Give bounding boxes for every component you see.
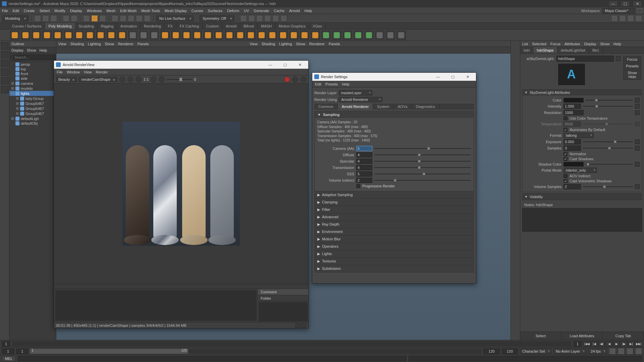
shelf-tab-fxcaching[interactable]: FX Caching (176, 23, 203, 29)
rs-slider-track[interactable] (374, 159, 471, 163)
menu-curves[interactable]: Curves (192, 9, 203, 13)
rv-status-icon2[interactable] (302, 323, 306, 327)
shadowcolor-swatch[interactable] (564, 162, 584, 167)
shelf-combine-icon[interactable] (128, 31, 138, 40)
menu-file[interactable]: File (2, 9, 8, 13)
rv-crop-icon[interactable] (119, 76, 125, 82)
shelf-platonic-icon[interactable] (85, 31, 95, 40)
shelf-separate-icon[interactable] (139, 31, 148, 40)
castvol-checkbox[interactable] (564, 179, 568, 183)
rv-isolate-icon[interactable] (127, 76, 133, 82)
shelf-mirror-icon[interactable] (235, 31, 245, 40)
rs-tab-diag[interactable]: Diagnostics (412, 104, 439, 110)
expand-icon[interactable]: ⊞ (15, 101, 19, 106)
usecolortemp-checkbox[interactable] (564, 116, 568, 120)
time-current[interactable]: 1 (574, 341, 582, 347)
prefs-icon[interactable] (618, 348, 625, 355)
resolution-field[interactable]: 1000 (564, 110, 584, 115)
last-tool[interactable] (1, 86, 8, 93)
intensity-map-button[interactable] (635, 104, 640, 109)
shelf-boolean-icon[interactable] (150, 31, 159, 40)
volsamples-slider[interactable] (583, 185, 633, 189)
render-icon[interactable] (240, 15, 247, 22)
attr-notes-field[interactable] (522, 208, 642, 232)
rv-displaymode-dropdown[interactable]: Beauty (56, 77, 77, 82)
samples-slider[interactable] (583, 146, 633, 150)
expand-icon[interactable]: ⊞ (11, 81, 14, 85)
rs-slider-value[interactable]: 2 (356, 178, 372, 183)
rs-section-collapsed[interactable]: ▶Adaptive Sampling (315, 191, 474, 198)
expand-icon[interactable]: ⊞ (15, 111, 19, 116)
rv-camera-dropdown[interactable]: renderCamShape (79, 77, 117, 82)
step-back-end-button[interactable]: |◀ (591, 341, 598, 347)
sound-icon[interactable] (627, 348, 633, 355)
shelf-connect-icon[interactable] (300, 31, 309, 40)
outliner-item[interactable]: ⊞models (9, 86, 56, 91)
outliner-menu-help[interactable]: Help (40, 48, 47, 52)
rs-slider-track[interactable] (374, 153, 471, 157)
outliner-tree[interactable]: persptopfrontside⊞camera⊞models⊟lights⊞l… (9, 61, 56, 340)
renderview-close[interactable]: ✕ (293, 61, 306, 68)
rs-slider-value[interactable]: 4 (356, 152, 372, 158)
snap-live-icon[interactable] (144, 15, 151, 22)
shelf-detach-icon[interactable] (311, 31, 320, 40)
outliner-item[interactable]: top (9, 67, 56, 71)
play-icon[interactable] (272, 15, 279, 22)
attr-menu-show[interactable]: Show (600, 42, 609, 46)
menu-edit[interactable]: Edit (13, 9, 19, 13)
vp2-menu-shading[interactable]: Shading (262, 42, 275, 46)
vp-menu-view[interactable]: View (58, 42, 66, 46)
exposure-map-button[interactable] (635, 139, 640, 144)
vp2-menu-renderer[interactable]: Renderer (309, 42, 325, 46)
rv-menu-render[interactable]: Render (96, 70, 108, 74)
rs-close[interactable]: ✕ (461, 73, 474, 80)
menu-help[interactable]: Help (305, 9, 312, 13)
shelf-bridge-icon[interactable] (182, 31, 191, 40)
illuminates-checkbox[interactable] (564, 128, 568, 132)
new-scene-icon[interactable] (34, 15, 41, 22)
outliner-item[interactable]: ⊞Group5467 (9, 106, 56, 111)
renderview-minimize[interactable]: — (264, 61, 277, 68)
rv-exposure-slider[interactable] (167, 79, 192, 80)
menu-select[interactable]: Select (40, 9, 50, 13)
search-icon[interactable] (11, 55, 11, 60)
shelf-tab-xgen[interactable]: XGen (309, 23, 326, 29)
rv-menu-window[interactable]: Window (67, 70, 80, 74)
renderview-titlebar[interactable]: Arnold RenderView — ▢ ✕ (54, 61, 308, 69)
rs-section-collapsed[interactable]: ▶Lights (315, 250, 474, 257)
vp-menu-show[interactable]: Show (105, 42, 114, 46)
rs-renderusing-dropdown[interactable]: Arnold Renderer (339, 97, 382, 102)
outliner-menu-show[interactable]: Show (27, 48, 36, 52)
maximize-button[interactable]: ▢ (621, 1, 630, 7)
intensity-field[interactable]: 1.000 (564, 104, 581, 109)
shelf-plane-icon[interactable] (64, 31, 73, 40)
snap-curve-icon[interactable] (120, 15, 126, 22)
shelf-quaddraw-icon[interactable] (289, 31, 299, 40)
shelf-cleanup-icon[interactable] (375, 31, 384, 40)
fps-dropdown[interactable]: 24 fps (588, 349, 607, 354)
range-end-outer[interactable]: 120 (502, 349, 518, 354)
shelf-tab-rigging[interactable]: Rigging (98, 23, 117, 29)
menu-deform[interactable]: Deform (227, 9, 239, 13)
renderview-viewport[interactable] (54, 83, 308, 284)
shelf-insert-loop-icon[interactable] (193, 31, 202, 40)
menu-cache[interactable]: Cache (274, 9, 284, 13)
rv-settings-icon[interactable] (300, 76, 306, 82)
shelf-tab-mograph[interactable]: Motion Graphics (275, 23, 309, 29)
lasso-tool[interactable] (1, 51, 8, 58)
outliner-item[interactable]: ⊞Group5467 (9, 101, 56, 106)
attr-load-button[interactable]: Load Attributes (561, 332, 603, 340)
shelf-tab-animation[interactable]: Animation (117, 23, 141, 29)
range-end-inner[interactable]: 120 (483, 349, 499, 354)
attr-menu-focus[interactable]: Focus (550, 42, 560, 46)
rs-section-collapsed[interactable]: ▶Filter (315, 206, 474, 213)
step-forward-end-button[interactable]: ▶| (628, 341, 635, 347)
rs-titlebar[interactable]: Render Settings — ▢ ✕ (312, 73, 476, 81)
shelf-type-icon[interactable] (107, 31, 116, 40)
mel-label[interactable]: MEL (2, 356, 16, 361)
vp2-menu-lighting[interactable]: Lighting (279, 42, 292, 46)
attr-tab-file1[interactable]: file1 (589, 47, 603, 53)
rv-stop-icon[interactable] (284, 76, 290, 82)
rs-section-collapsed[interactable]: ▶Environment (315, 228, 474, 235)
menu-editmesh[interactable]: Edit Mesh (120, 9, 137, 13)
